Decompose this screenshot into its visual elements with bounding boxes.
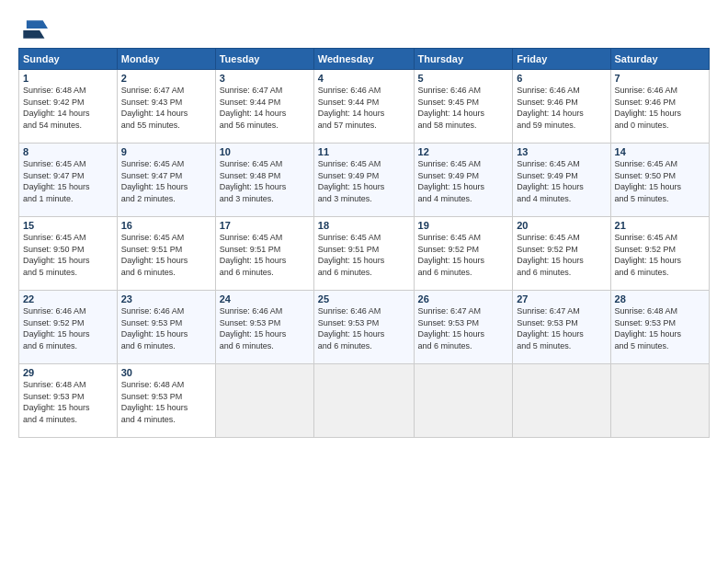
weekday-header: Tuesday bbox=[215, 49, 313, 70]
calendar-cell: 23Sunrise: 6:46 AMSunset: 9:53 PMDayligh… bbox=[117, 291, 215, 364]
calendar-header-row: SundayMondayTuesdayWednesdayThursdayFrid… bbox=[19, 49, 710, 70]
logo-icon bbox=[18, 17, 48, 42]
day-info: Sunrise: 6:45 AMSunset: 9:47 PMDaylight:… bbox=[121, 158, 211, 204]
day-number: 23 bbox=[121, 293, 211, 304]
calendar-table: SundayMondayTuesdayWednesdayThursdayFrid… bbox=[18, 48, 710, 438]
day-info: Sunrise: 6:45 AMSunset: 9:47 PMDaylight:… bbox=[23, 158, 113, 204]
day-number: 10 bbox=[220, 146, 310, 157]
weekday-header: Sunday bbox=[19, 49, 118, 70]
day-number: 15 bbox=[23, 220, 113, 231]
calendar-cell: 15Sunrise: 6:45 AMSunset: 9:50 PMDayligh… bbox=[19, 217, 118, 291]
day-number: 19 bbox=[418, 220, 509, 231]
day-info: Sunrise: 6:45 AMSunset: 9:49 PMDaylight:… bbox=[418, 158, 509, 204]
day-info: Sunrise: 6:48 AMSunset: 9:42 PMDaylight:… bbox=[23, 85, 113, 131]
day-number: 9 bbox=[121, 146, 211, 157]
calendar-cell: 25Sunrise: 6:46 AMSunset: 9:53 PMDayligh… bbox=[313, 291, 414, 364]
svg-marker-1 bbox=[23, 30, 44, 39]
calendar-cell: 5Sunrise: 6:46 AMSunset: 9:45 PMDaylight… bbox=[414, 70, 513, 144]
calendar-cell: 21Sunrise: 6:45 AMSunset: 9:52 PMDayligh… bbox=[610, 217, 709, 291]
day-info: Sunrise: 6:46 AMSunset: 9:45 PMDaylight:… bbox=[418, 85, 509, 131]
day-info: Sunrise: 6:45 AMSunset: 9:52 PMDaylight:… bbox=[517, 232, 606, 278]
day-number: 12 bbox=[418, 146, 509, 157]
calendar-cell: 6Sunrise: 6:46 AMSunset: 9:46 PMDaylight… bbox=[513, 70, 610, 144]
day-info: Sunrise: 6:48 AMSunset: 9:53 PMDaylight:… bbox=[121, 379, 211, 425]
day-info: Sunrise: 6:46 AMSunset: 9:52 PMDaylight:… bbox=[23, 305, 113, 351]
weekday-header: Wednesday bbox=[313, 49, 414, 70]
day-info: Sunrise: 6:45 AMSunset: 9:51 PMDaylight:… bbox=[121, 232, 211, 278]
day-info: Sunrise: 6:45 AMSunset: 9:48 PMDaylight:… bbox=[220, 158, 310, 204]
calendar-cell: 2Sunrise: 6:47 AMSunset: 9:43 PMDaylight… bbox=[117, 70, 215, 144]
day-number: 21 bbox=[615, 220, 705, 231]
calendar-cell: 30Sunrise: 6:48 AMSunset: 9:53 PMDayligh… bbox=[117, 364, 215, 438]
day-number: 1 bbox=[23, 73, 113, 84]
day-info: Sunrise: 6:46 AMSunset: 9:44 PMDaylight:… bbox=[318, 85, 410, 131]
calendar-week-row: 8Sunrise: 6:45 AMSunset: 9:47 PMDaylight… bbox=[19, 144, 710, 217]
day-number: 7 bbox=[615, 73, 705, 84]
calendar-cell: 26Sunrise: 6:47 AMSunset: 9:53 PMDayligh… bbox=[414, 291, 513, 364]
calendar-cell: 28Sunrise: 6:48 AMSunset: 9:53 PMDayligh… bbox=[610, 291, 709, 364]
day-number: 28 bbox=[615, 293, 705, 304]
day-number: 14 bbox=[615, 146, 705, 157]
calendar-cell: 16Sunrise: 6:45 AMSunset: 9:51 PMDayligh… bbox=[117, 217, 215, 291]
svg-marker-0 bbox=[27, 20, 48, 29]
day-number: 3 bbox=[220, 73, 310, 84]
day-info: Sunrise: 6:46 AMSunset: 9:53 PMDaylight:… bbox=[121, 305, 211, 351]
day-info: Sunrise: 6:47 AMSunset: 9:43 PMDaylight:… bbox=[121, 85, 211, 131]
calendar-cell: 14Sunrise: 6:45 AMSunset: 9:50 PMDayligh… bbox=[610, 144, 709, 217]
calendar-cell: 18Sunrise: 6:45 AMSunset: 9:51 PMDayligh… bbox=[313, 217, 414, 291]
weekday-header: Monday bbox=[117, 49, 215, 70]
day-info: Sunrise: 6:47 AMSunset: 9:44 PMDaylight:… bbox=[220, 85, 310, 131]
calendar-cell: 17Sunrise: 6:45 AMSunset: 9:51 PMDayligh… bbox=[215, 217, 313, 291]
day-number: 25 bbox=[318, 293, 410, 304]
day-number: 29 bbox=[23, 367, 113, 378]
calendar-cell: 4Sunrise: 6:46 AMSunset: 9:44 PMDaylight… bbox=[313, 70, 414, 144]
logo bbox=[18, 17, 51, 42]
day-info: Sunrise: 6:45 AMSunset: 9:52 PMDaylight:… bbox=[418, 232, 509, 278]
page: SundayMondayTuesdayWednesdayThursdayFrid… bbox=[0, 0, 728, 563]
calendar-cell: 11Sunrise: 6:45 AMSunset: 9:49 PMDayligh… bbox=[313, 144, 414, 217]
day-info: Sunrise: 6:48 AMSunset: 9:53 PMDaylight:… bbox=[615, 305, 705, 351]
weekday-header: Friday bbox=[513, 49, 610, 70]
calendar-cell: 12Sunrise: 6:45 AMSunset: 9:49 PMDayligh… bbox=[414, 144, 513, 217]
calendar-cell: 29Sunrise: 6:48 AMSunset: 9:53 PMDayligh… bbox=[19, 364, 118, 438]
day-info: Sunrise: 6:45 AMSunset: 9:51 PMDaylight:… bbox=[220, 232, 310, 278]
calendar-cell: 20Sunrise: 6:45 AMSunset: 9:52 PMDayligh… bbox=[513, 217, 610, 291]
calendar-week-row: 15Sunrise: 6:45 AMSunset: 9:50 PMDayligh… bbox=[19, 217, 710, 291]
calendar-week-row: 29Sunrise: 6:48 AMSunset: 9:53 PMDayligh… bbox=[19, 364, 710, 438]
calendar-cell bbox=[414, 364, 513, 438]
day-number: 17 bbox=[220, 220, 310, 231]
day-info: Sunrise: 6:45 AMSunset: 9:49 PMDaylight:… bbox=[318, 158, 410, 204]
day-number: 24 bbox=[220, 293, 310, 304]
day-info: Sunrise: 6:46 AMSunset: 9:46 PMDaylight:… bbox=[517, 85, 606, 131]
day-info: Sunrise: 6:48 AMSunset: 9:53 PMDaylight:… bbox=[23, 379, 113, 425]
day-info: Sunrise: 6:45 AMSunset: 9:50 PMDaylight:… bbox=[615, 158, 705, 204]
day-number: 18 bbox=[318, 220, 410, 231]
calendar-cell bbox=[313, 364, 414, 438]
weekday-header: Thursday bbox=[414, 49, 513, 70]
calendar-cell: 3Sunrise: 6:47 AMSunset: 9:44 PMDaylight… bbox=[215, 70, 313, 144]
day-info: Sunrise: 6:45 AMSunset: 9:51 PMDaylight:… bbox=[318, 232, 410, 278]
calendar-cell bbox=[610, 364, 709, 438]
header bbox=[18, 17, 710, 42]
day-number: 5 bbox=[418, 73, 509, 84]
calendar-cell: 22Sunrise: 6:46 AMSunset: 9:52 PMDayligh… bbox=[19, 291, 118, 364]
day-info: Sunrise: 6:45 AMSunset: 9:52 PMDaylight:… bbox=[615, 232, 705, 278]
calendar-cell bbox=[215, 364, 313, 438]
day-info: Sunrise: 6:45 AMSunset: 9:50 PMDaylight:… bbox=[23, 232, 113, 278]
day-info: Sunrise: 6:46 AMSunset: 9:46 PMDaylight:… bbox=[615, 85, 705, 131]
day-number: 30 bbox=[121, 367, 211, 378]
day-info: Sunrise: 6:46 AMSunset: 9:53 PMDaylight:… bbox=[318, 305, 410, 351]
day-info: Sunrise: 6:47 AMSunset: 9:53 PMDaylight:… bbox=[418, 305, 509, 351]
calendar-cell: 10Sunrise: 6:45 AMSunset: 9:48 PMDayligh… bbox=[215, 144, 313, 217]
calendar-cell: 1Sunrise: 6:48 AMSunset: 9:42 PMDaylight… bbox=[19, 70, 118, 144]
day-number: 6 bbox=[517, 73, 606, 84]
day-number: 8 bbox=[23, 146, 113, 157]
day-number: 27 bbox=[517, 293, 606, 304]
calendar-cell: 19Sunrise: 6:45 AMSunset: 9:52 PMDayligh… bbox=[414, 217, 513, 291]
day-number: 13 bbox=[517, 146, 606, 157]
day-number: 16 bbox=[121, 220, 211, 231]
day-info: Sunrise: 6:45 AMSunset: 9:49 PMDaylight:… bbox=[517, 158, 606, 204]
day-number: 11 bbox=[318, 146, 410, 157]
weekday-header: Saturday bbox=[610, 49, 709, 70]
day-number: 22 bbox=[23, 293, 113, 304]
